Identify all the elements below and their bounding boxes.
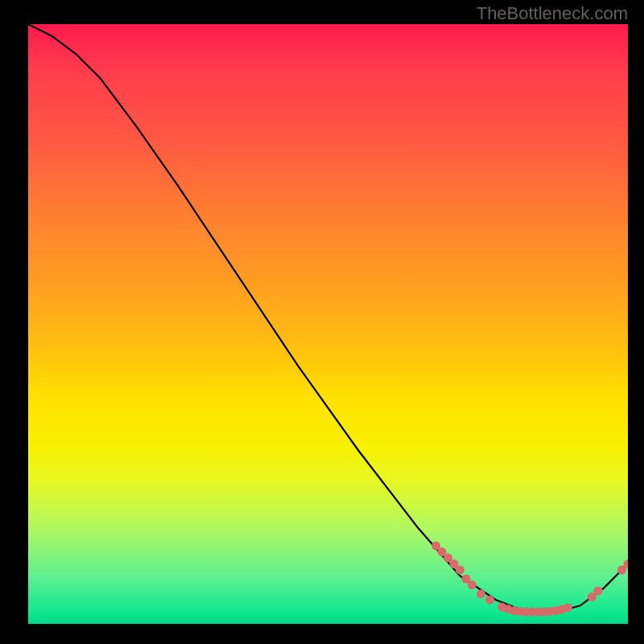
watermark-text: TheBottleneck.com <box>477 3 628 24</box>
chart-marker <box>485 596 494 605</box>
chart-plot-area <box>28 24 628 624</box>
chart-marker <box>456 566 464 575</box>
chart-marker <box>593 587 602 596</box>
chart-line <box>28 24 628 612</box>
chart-marker <box>564 603 572 612</box>
chart-marker <box>477 589 485 598</box>
chart-markers <box>431 542 628 617</box>
chart-svg <box>28 24 628 624</box>
chart-marker <box>468 580 477 589</box>
